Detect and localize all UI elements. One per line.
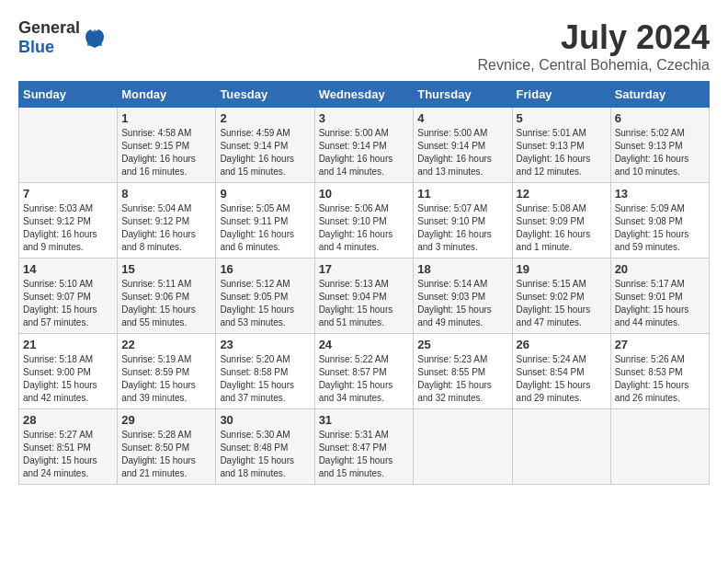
day-number: 10 bbox=[319, 187, 410, 201]
day-number: 2 bbox=[220, 111, 310, 125]
day-cell: 9Sunrise: 5:05 AMSunset: 9:11 PMDaylight… bbox=[216, 183, 314, 259]
day-info: Sunrise: 5:12 AMSunset: 9:05 PMDaylight:… bbox=[220, 278, 310, 329]
day-cell: 21Sunrise: 5:18 AMSunset: 9:00 PMDayligh… bbox=[19, 334, 118, 409]
day-cell bbox=[610, 409, 709, 485]
day-info: Sunrise: 5:17 AMSunset: 9:01 PMDaylight:… bbox=[615, 278, 705, 329]
day-cell: 23Sunrise: 5:20 AMSunset: 8:58 PMDayligh… bbox=[216, 334, 314, 409]
day-info: Sunrise: 5:07 AMSunset: 9:10 PMDaylight:… bbox=[417, 202, 507, 254]
day-cell: 2Sunrise: 4:59 AMSunset: 9:14 PMDaylight… bbox=[216, 108, 314, 183]
day-info: Sunrise: 5:22 AMSunset: 8:57 PMDaylight:… bbox=[319, 353, 410, 405]
logo-blue: Blue bbox=[18, 38, 80, 57]
header-friday: Friday bbox=[512, 82, 610, 108]
day-info: Sunrise: 5:27 AMSunset: 8:51 PMDaylight:… bbox=[23, 429, 113, 480]
day-info: Sunrise: 4:58 AMSunset: 9:15 PMDaylight:… bbox=[121, 127, 211, 178]
day-number: 24 bbox=[319, 338, 410, 351]
day-cell: 5Sunrise: 5:01 AMSunset: 9:13 PMDaylight… bbox=[512, 108, 610, 183]
day-info: Sunrise: 5:01 AMSunset: 9:13 PMDaylight:… bbox=[517, 127, 607, 178]
day-number: 6 bbox=[615, 111, 705, 125]
day-info: Sunrise: 5:11 AMSunset: 9:06 PMDaylight:… bbox=[121, 278, 211, 329]
day-cell: 11Sunrise: 5:07 AMSunset: 9:10 PMDayligh… bbox=[414, 183, 512, 259]
day-number: 27 bbox=[615, 338, 705, 351]
week-row-4: 28Sunrise: 5:27 AMSunset: 8:51 PMDayligh… bbox=[19, 409, 710, 485]
day-cell: 29Sunrise: 5:28 AMSunset: 8:50 PMDayligh… bbox=[118, 409, 216, 485]
day-number: 21 bbox=[23, 338, 113, 351]
day-info: Sunrise: 5:13 AMSunset: 9:04 PMDaylight:… bbox=[319, 278, 410, 329]
day-number: 26 bbox=[517, 338, 607, 351]
day-info: Sunrise: 5:03 AMSunset: 9:12 PMDaylight:… bbox=[23, 202, 113, 254]
day-cell: 18Sunrise: 5:14 AMSunset: 9:03 PMDayligh… bbox=[414, 259, 512, 334]
day-cell: 20Sunrise: 5:17 AMSunset: 9:01 PMDayligh… bbox=[610, 259, 709, 334]
week-row-3: 21Sunrise: 5:18 AMSunset: 9:00 PMDayligh… bbox=[19, 334, 710, 409]
day-cell: 13Sunrise: 5:09 AMSunset: 9:08 PMDayligh… bbox=[610, 183, 709, 259]
day-info: Sunrise: 5:28 AMSunset: 8:50 PMDaylight:… bbox=[121, 429, 211, 480]
day-cell: 22Sunrise: 5:19 AMSunset: 8:59 PMDayligh… bbox=[118, 334, 216, 409]
day-info: Sunrise: 5:09 AMSunset: 9:08 PMDaylight:… bbox=[615, 202, 705, 254]
day-number: 11 bbox=[417, 187, 507, 201]
day-cell: 12Sunrise: 5:08 AMSunset: 9:09 PMDayligh… bbox=[512, 183, 610, 259]
header-monday: Monday bbox=[118, 82, 216, 108]
day-cell: 19Sunrise: 5:15 AMSunset: 9:02 PMDayligh… bbox=[512, 259, 610, 334]
day-cell: 24Sunrise: 5:22 AMSunset: 8:57 PMDayligh… bbox=[314, 334, 414, 409]
title-block: July 2024 Revnice, Central Bohemia, Czec… bbox=[477, 18, 710, 74]
day-number: 25 bbox=[417, 338, 507, 351]
day-info: Sunrise: 5:19 AMSunset: 8:59 PMDaylight:… bbox=[121, 353, 211, 405]
day-info: Sunrise: 5:04 AMSunset: 9:12 PMDaylight:… bbox=[121, 202, 211, 254]
day-number: 19 bbox=[517, 262, 607, 276]
day-cell: 30Sunrise: 5:30 AMSunset: 8:48 PMDayligh… bbox=[216, 409, 314, 485]
day-info: Sunrise: 5:00 AMSunset: 9:14 PMDaylight:… bbox=[417, 127, 507, 178]
day-cell: 6Sunrise: 5:02 AMSunset: 9:13 PMDaylight… bbox=[610, 108, 709, 183]
logo-general: General bbox=[18, 18, 80, 38]
day-number: 13 bbox=[615, 187, 705, 201]
logo: General Blue bbox=[18, 18, 106, 57]
day-number: 9 bbox=[220, 187, 310, 201]
day-cell: 14Sunrise: 5:10 AMSunset: 9:07 PMDayligh… bbox=[19, 259, 118, 334]
day-number: 12 bbox=[517, 187, 607, 201]
day-number: 1 bbox=[121, 111, 211, 125]
logo-icon bbox=[84, 28, 106, 50]
day-info: Sunrise: 5:15 AMSunset: 9:02 PMDaylight:… bbox=[517, 278, 607, 329]
day-cell bbox=[414, 409, 512, 485]
day-cell: 1Sunrise: 4:58 AMSunset: 9:15 PMDaylight… bbox=[118, 108, 216, 183]
location-subtitle: Revnice, Central Bohemia, Czechia bbox=[477, 57, 710, 74]
day-cell: 15Sunrise: 5:11 AMSunset: 9:06 PMDayligh… bbox=[118, 259, 216, 334]
day-cell: 26Sunrise: 5:24 AMSunset: 8:54 PMDayligh… bbox=[512, 334, 610, 409]
day-cell: 8Sunrise: 5:04 AMSunset: 9:12 PMDaylight… bbox=[118, 183, 216, 259]
day-number: 3 bbox=[319, 111, 410, 125]
day-number: 15 bbox=[121, 262, 211, 276]
day-info: Sunrise: 5:08 AMSunset: 9:09 PMDaylight:… bbox=[517, 202, 607, 254]
day-info: Sunrise: 4:59 AMSunset: 9:14 PMDaylight:… bbox=[220, 127, 310, 178]
day-info: Sunrise: 5:31 AMSunset: 8:47 PMDaylight:… bbox=[319, 429, 410, 480]
day-info: Sunrise: 5:23 AMSunset: 8:55 PMDaylight:… bbox=[417, 353, 507, 405]
week-row-1: 7Sunrise: 5:03 AMSunset: 9:12 PMDaylight… bbox=[19, 183, 710, 259]
day-cell bbox=[512, 409, 610, 485]
day-info: Sunrise: 5:10 AMSunset: 9:07 PMDaylight:… bbox=[23, 278, 113, 329]
day-number: 22 bbox=[121, 338, 211, 351]
day-info: Sunrise: 5:30 AMSunset: 8:48 PMDaylight:… bbox=[220, 429, 310, 480]
week-row-0: 1Sunrise: 4:58 AMSunset: 9:15 PMDaylight… bbox=[19, 108, 710, 183]
day-cell: 27Sunrise: 5:26 AMSunset: 8:53 PMDayligh… bbox=[610, 334, 709, 409]
header-wednesday: Wednesday bbox=[314, 82, 414, 108]
day-info: Sunrise: 5:06 AMSunset: 9:10 PMDaylight:… bbox=[319, 202, 410, 254]
day-info: Sunrise: 5:00 AMSunset: 9:14 PMDaylight:… bbox=[319, 127, 410, 178]
day-number: 28 bbox=[23, 413, 113, 427]
day-number: 4 bbox=[417, 111, 507, 125]
day-info: Sunrise: 5:20 AMSunset: 8:58 PMDaylight:… bbox=[220, 353, 310, 405]
day-cell: 4Sunrise: 5:00 AMSunset: 9:14 PMDaylight… bbox=[414, 108, 512, 183]
day-number: 14 bbox=[23, 262, 113, 276]
header-tuesday: Tuesday bbox=[216, 82, 314, 108]
week-row-2: 14Sunrise: 5:10 AMSunset: 9:07 PMDayligh… bbox=[19, 259, 710, 334]
day-number: 5 bbox=[517, 111, 607, 125]
logo-text: General Blue bbox=[18, 18, 80, 57]
day-cell: 16Sunrise: 5:12 AMSunset: 9:05 PMDayligh… bbox=[216, 259, 314, 334]
day-number: 30 bbox=[220, 413, 310, 427]
day-info: Sunrise: 5:02 AMSunset: 9:13 PMDaylight:… bbox=[615, 127, 705, 178]
header-thursday: Thursday bbox=[414, 82, 512, 108]
day-cell: 10Sunrise: 5:06 AMSunset: 9:10 PMDayligh… bbox=[314, 183, 414, 259]
header-sunday: Sunday bbox=[19, 82, 118, 108]
day-info: Sunrise: 5:14 AMSunset: 9:03 PMDaylight:… bbox=[417, 278, 507, 329]
day-number: 8 bbox=[121, 187, 211, 201]
day-cell: 31Sunrise: 5:31 AMSunset: 8:47 PMDayligh… bbox=[314, 409, 414, 485]
header-saturday: Saturday bbox=[610, 82, 709, 108]
day-cell bbox=[19, 108, 118, 183]
day-cell: 25Sunrise: 5:23 AMSunset: 8:55 PMDayligh… bbox=[414, 334, 512, 409]
